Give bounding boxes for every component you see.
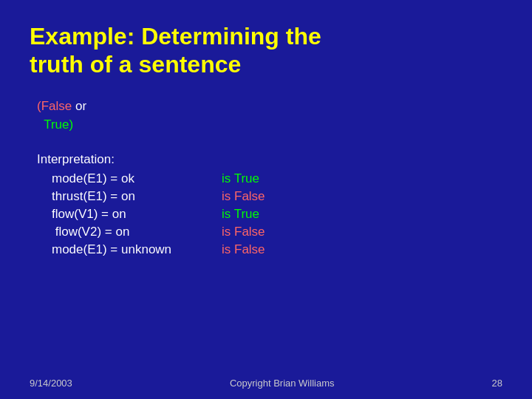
interp-right-4: is False (222, 225, 265, 239)
interp-table: mode(E1) = ok is True thrust(E1) = on is… (52, 171, 502, 257)
table-row: mode(E1) = unknown is False (52, 242, 502, 257)
interpretation-label: Interpretation: (37, 152, 502, 167)
title-line1: Example: Determining the (30, 22, 502, 50)
formula-indent (37, 117, 44, 132)
interp-right-3: is True (222, 207, 259, 222)
table-row: flow(V2) = on is False (52, 225, 502, 239)
interp-left-5: mode(E1) = unknown (52, 242, 222, 257)
formula-true: True) (44, 117, 73, 132)
footer-date: 9/14/2003 (30, 378, 72, 389)
footer-page: 28 (492, 378, 502, 389)
interp-left-2: thrust(E1) = on (52, 189, 222, 204)
interp-left-4: flow(V2) = on (52, 225, 222, 239)
interpretation-section: Interpretation: mode(E1) = ok is True th… (37, 152, 502, 257)
table-row: thrust(E1) = on is False (52, 189, 502, 204)
interp-right-1: is True (222, 171, 259, 186)
interp-left-3: flow(V1) = on (52, 207, 222, 222)
interp-right-5: is False (222, 242, 265, 257)
interp-left-1: mode(E1) = ok (52, 171, 222, 186)
title-line2: truth of a sentence (30, 50, 502, 78)
formula-false: (False (37, 99, 72, 113)
footer-copyright: Copyright Brian Williams (230, 378, 335, 389)
table-row: mode(E1) = ok is True (52, 171, 502, 186)
formula-block: (False or True) (37, 97, 502, 134)
table-row: flow(V1) = on is True (52, 207, 502, 222)
slide: Example: Determining the truth of a sent… (0, 0, 532, 399)
slide-title: Example: Determining the truth of a sent… (30, 22, 502, 79)
footer: 9/14/2003 Copyright Brian Williams 28 (30, 378, 502, 389)
interp-right-2: is False (222, 189, 265, 204)
formula-or: or (72, 99, 86, 113)
